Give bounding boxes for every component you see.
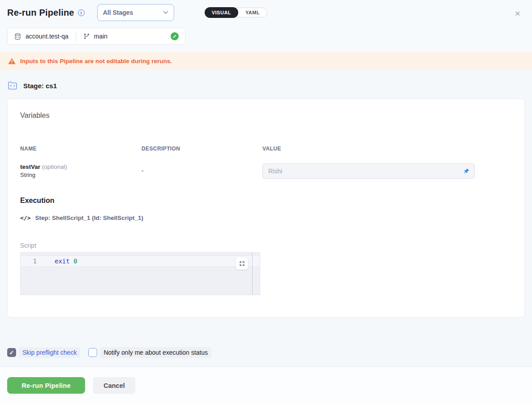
code-text: exit 0 <box>46 258 77 265</box>
cancel-button[interactable]: Cancel <box>93 377 135 394</box>
tab-yaml[interactable]: YAML <box>238 8 267 17</box>
repo-name: account.test-qa <box>26 33 69 40</box>
modal-footer: Re-run Pipeline Cancel <box>0 366 532 404</box>
variable-name: testVar <box>20 163 40 170</box>
chevron-down-icon <box>163 11 168 14</box>
variable-row: testVar (optional) String - <box>20 163 512 179</box>
run-options: ✓ Skip preflight check Notify only me ab… <box>7 346 525 359</box>
column-header-value: VALUE <box>262 146 512 152</box>
variable-name-line: testVar (optional) <box>20 163 142 170</box>
column-header-name: NAME <box>20 146 142 152</box>
variables-table-header: NAME DESCRIPTION VALUE <box>20 146 512 152</box>
stage-form: Stage: cs1 Variables NAME DESCRIPTION VA… <box>0 80 532 359</box>
line-number: 1 <box>21 258 46 265</box>
stage-name: Stage: cs1 <box>23 82 57 90</box>
close-icon[interactable]: × <box>515 9 520 18</box>
page-title: Re-run Pipeline <box>7 8 74 18</box>
custom-stage-icon <box>7 81 18 90</box>
warning-triangle-icon <box>8 58 16 64</box>
rerun-pipeline-button[interactable]: Re-run Pipeline <box>7 377 85 394</box>
code-line: 1 exit 0 <box>21 255 260 267</box>
notify-me-checkbox[interactable] <box>88 348 97 357</box>
tab-visual[interactable]: VISUAL <box>205 7 238 18</box>
warning-banner: Inputs to this Pipeline are not editable… <box>0 52 532 70</box>
editor-scrollbar[interactable] <box>252 253 253 295</box>
column-header-description: DESCRIPTION <box>142 146 262 152</box>
variables-section-title: Variables <box>20 112 512 120</box>
stage-selector-dropdown[interactable]: All Stages <box>97 4 174 21</box>
variable-description: - <box>142 163 262 174</box>
code-keyword: exit <box>55 258 70 265</box>
branch-valid-check-icon: ✓ <box>171 32 179 40</box>
variable-optional-tag: (optional) <box>42 163 67 170</box>
step-name: Step: ShellScript_1 (Id: ShellScript_1) <box>35 215 143 221</box>
skip-preflight-checkbox[interactable]: ✓ <box>7 348 16 357</box>
pin-icon[interactable] <box>462 167 471 176</box>
checkmark-icon: ✓ <box>9 349 14 356</box>
shell-script-step-icon: </> <box>20 215 30 221</box>
step-heading: </> Step: ShellScript_1 (Id: ShellScript… <box>20 215 512 221</box>
rerun-pipeline-modal: Re-run Pipeline i All Stages VISUAL YAML… <box>0 0 532 404</box>
stage-heading: Stage: cs1 <box>7 80 525 91</box>
header-row: Re-run Pipeline i All Stages VISUAL YAML <box>7 4 525 21</box>
notify-me-label[interactable]: Notify only me about execution status <box>100 347 211 358</box>
modal-header: Re-run Pipeline i All Stages VISUAL YAML… <box>0 0 532 52</box>
variable-name-cell: testVar (optional) String <box>20 163 142 178</box>
execution-section: Execution </> Step: ShellScript_1 (Id: S… <box>20 197 512 295</box>
code-argument: 0 <box>73 258 77 265</box>
repository-icon <box>14 33 21 40</box>
warning-text: Inputs to this Pipeline are not editable… <box>20 58 172 64</box>
git-branch-icon <box>83 33 90 40</box>
info-icon[interactable]: i <box>78 9 85 16</box>
execution-section-title: Execution <box>20 197 512 205</box>
stage-selector-value: All Stages <box>103 9 133 16</box>
expand-editor-button[interactable] <box>236 257 248 270</box>
script-field-label: Script <box>20 242 512 249</box>
divider <box>76 31 76 41</box>
repo-branch-selector[interactable]: account.test-qa main ✓ <box>7 28 185 45</box>
variable-type: String <box>20 172 142 178</box>
branch-name: main <box>94 33 107 40</box>
skip-preflight-label[interactable]: Skip preflight check <box>19 347 80 358</box>
variable-value-field <box>262 163 475 179</box>
variable-value-input[interactable] <box>263 168 474 175</box>
visual-yaml-toggle: VISUAL YAML <box>205 8 268 17</box>
stage-inputs-card: Variables NAME DESCRIPTION VALUE testVar… <box>7 99 525 318</box>
script-code-editor[interactable]: 1 exit 0 <box>20 252 260 295</box>
